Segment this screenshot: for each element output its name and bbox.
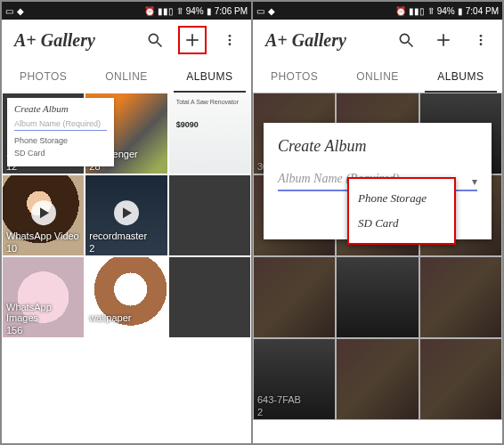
battery-icon: ▮ [458,6,463,16]
dialog-title: Create Album [14,103,107,114]
storage-dropdown: Phone Storage SD Card [347,177,456,245]
svg-point-4 [229,35,232,37]
album-count: 2 [257,407,263,417]
overflow-button[interactable] [467,26,495,54]
album-cell-empty2[interactable] [168,256,251,338]
clock: 7:06 PM [215,6,248,16]
tab-albums[interactable]: ALBUMS [168,61,251,93]
album-count: 10 [6,243,17,254]
create-album-dialog-small: Create Album Album Name (Required) Phone… [7,98,114,166]
tab-photos[interactable]: PHOTOS [2,61,85,93]
status-bar: ▭ ◆ ⏰ ▮▮▯ ⥣ 94% ▮ 7:04 PM [253,2,502,20]
chevron-down-icon[interactable]: ▾ [472,175,477,188]
search-button[interactable] [392,26,420,54]
album-cell-643[interactable]: 643-7FAB 2 [253,338,336,420]
tab-albums[interactable]: ALBUMS [419,61,502,93]
album-count: 156 [6,325,22,336]
album-name-input[interactable]: Album Name (Required) [14,117,107,131]
play-icon [31,200,56,225]
plus-icon [183,31,201,49]
plus-icon [435,31,452,49]
search-icon [146,31,164,49]
dialog-title: Create Album [278,137,477,156]
more-vert-icon [474,31,488,49]
shop-prod: Total A Saw Renovator [176,99,239,105]
album-cell-recordmaster[interactable]: recordmaster 2 [85,174,167,256]
shop-price: $9090 [176,120,199,129]
clock: 7:04 PM [466,6,499,16]
album-cell-wallpaper[interactable]: wallpaper [85,256,167,338]
album-count: 2 [89,243,94,254]
album-cell-shop[interactable]: Total A Saw Renovator $9090 [168,93,251,174]
storage-option-phone[interactable]: Phone Storage [14,134,107,147]
album-name: wallpaper [89,312,131,323]
tab-online[interactable]: ONLINE [85,61,167,93]
album-cell-whatsapp-images[interactable]: WhatsApp Images 156 [2,256,85,338]
storage-option-sd[interactable]: SD Card [358,211,445,236]
album-name: WhatsApp Video [6,231,79,241]
album-name: 643-7FAB [257,394,301,405]
add-button[interactable] [429,26,458,54]
album-cell-whatsapp-video[interactable]: WhatsApp Video 10 [2,174,85,256]
phone-left: ▭ ◆ ⏰ ▮▮▯ ⥣ 94% ▮ 7:06 PM A+ Gallery PHO… [2,2,251,443]
app-title: A+ Gallery [14,30,141,51]
album-name: WhatsApp Images [6,302,84,323]
play-icon [114,200,139,225]
phone-right: ▭ ◆ ⏰ ▮▮▯ ⥣ 94% ▮ 7:04 PM A+ Gallery PHO… [253,2,502,443]
svg-line-1 [158,43,162,47]
dropbox-icon: ◆ [17,6,26,15]
album-cell[interactable] [419,338,502,420]
album-cell-empty[interactable] [168,174,251,256]
wifi-icon: ⥣ [176,6,183,16]
svg-point-7 [400,34,409,43]
signal-icon: ▮▮▯ [158,6,174,16]
svg-point-13 [480,43,483,45]
album-cell[interactable] [336,338,419,420]
tab-icon: ▭ [5,6,14,15]
tab-photos[interactable]: PHOTOS [253,61,336,93]
add-button[interactable] [178,26,207,54]
album-name: recordmaster [89,231,147,241]
album-cell[interactable] [253,256,336,338]
tab-icon: ▭ [256,6,265,15]
alarm-off-icon: ⏰ [144,6,155,16]
search-button[interactable] [141,26,169,54]
svg-point-11 [480,35,483,37]
storage-option-phone[interactable]: Phone Storage [358,186,445,211]
alarm-off-icon: ⏰ [395,6,406,16]
signal-icon: ▮▮▯ [409,6,425,16]
app-title: A+ Gallery [265,30,392,51]
battery-icon: ▮ [207,6,212,16]
battery-pct: 94% [437,6,455,16]
battery-pct: 94% [186,6,204,16]
svg-point-12 [480,39,483,42]
album-cell[interactable] [336,256,419,338]
tab-online[interactable]: ONLINE [336,61,419,93]
svg-point-6 [229,43,232,45]
tabs: PHOTOS ONLINE ALBUMS [2,61,251,93]
app-bar: A+ Gallery [2,20,251,61]
search-icon [397,31,415,49]
overflow-button[interactable] [215,26,244,54]
tabs: PHOTOS ONLINE ALBUMS [253,61,502,93]
album-cell[interactable] [419,256,502,338]
svg-point-5 [229,39,232,42]
wifi-icon: ⥣ [427,6,435,16]
storage-option-sd[interactable]: SD Card [14,147,107,159]
app-bar: A+ Gallery [253,20,502,61]
status-bar: ▭ ◆ ⏰ ▮▮▯ ⥣ 94% ▮ 7:06 PM [2,2,251,20]
create-album-dialog: Create Album Album Name (Required) ▾ Pho… [264,123,492,239]
dropbox-icon: ◆ [268,6,277,15]
svg-point-0 [149,34,158,43]
more-vert-icon [223,31,237,49]
svg-line-8 [409,43,413,47]
